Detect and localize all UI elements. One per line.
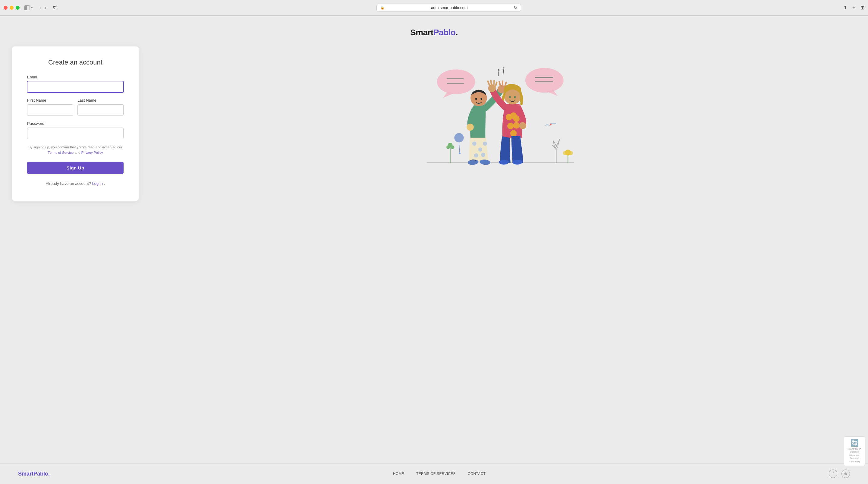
globe-icon[interactable]: ⊕ (841, 470, 850, 478)
svg-line-38 (491, 80, 492, 85)
form-card: Create an account Email First Name Last … (12, 47, 138, 201)
svg-line-39 (494, 81, 494, 85)
signup-form: Email First Name Last Name Pa (27, 75, 124, 186)
recaptcha-logo-icon: 🔄 (847, 439, 862, 447)
lastname-input[interactable] (78, 104, 124, 116)
password-label: Password (27, 121, 124, 126)
svg-point-13 (481, 153, 485, 157)
close-button[interactable] (4, 6, 7, 10)
terms-prefix: By signing up, you confirm that you've r… (28, 145, 122, 149)
footer-logo-dot: . (48, 471, 50, 477)
svg-point-53 (563, 151, 567, 155)
url-text: auth.smartpablo.com (386, 5, 512, 10)
svg-point-12 (474, 153, 478, 158)
logo-dot: . (456, 28, 458, 37)
privacy-link[interactable]: Privacy Policy (82, 151, 103, 154)
forward-button[interactable]: › (43, 5, 47, 11)
footer-nav-home[interactable]: HOME (393, 472, 404, 476)
svg-line-40 (495, 82, 497, 86)
browser-actions: ⬆ ＋ ⊞ (843, 4, 864, 11)
footer-nav: HOME TERMS OF SERVICES CONTACT (393, 472, 486, 476)
login-suffix: . (104, 181, 105, 186)
footer-logo: SmartPablo. (18, 471, 50, 477)
svg-point-10 (478, 148, 483, 152)
illustration-svg (407, 47, 588, 173)
svg-point-27 (513, 116, 520, 122)
email-input[interactable] (27, 81, 124, 93)
logo-area: SmartPablo. (0, 16, 868, 47)
svg-point-58 (503, 67, 504, 68)
lastname-label: Last Name (78, 98, 124, 102)
lastname-group: Last Name (78, 98, 124, 116)
site-logo: SmartPablo. (410, 28, 458, 37)
svg-point-17 (475, 98, 477, 100)
browser-chrome: ▾ ‹ › 🛡 🔒 auth.smartpablo.com ↻ ⬆ ＋ ⊞ (0, 0, 868, 16)
recaptcha-text: reCAPTCHAOchrana súkromia · Zmluvné podm… (847, 448, 862, 463)
share-icon[interactable]: ⬆ (843, 5, 847, 10)
footer-nav-terms[interactable]: TERMS OF SERVICES (416, 472, 456, 476)
svg-point-42 (454, 133, 464, 142)
facebook-icon[interactable]: f (829, 470, 837, 478)
svg-marker-1 (443, 92, 455, 98)
svg-point-0 (437, 69, 475, 94)
recaptcha-badge: 🔄 reCAPTCHAOchrana súkromia · Zmluvné po… (844, 436, 865, 466)
svg-point-28 (507, 123, 514, 129)
page-content: SmartPablo. Create an account Email Firs… (0, 16, 868, 484)
chevron-down-icon[interactable]: ▾ (31, 6, 33, 10)
svg-point-18 (480, 98, 482, 100)
back-button[interactable]: ‹ (38, 5, 42, 11)
svg-line-57 (503, 69, 504, 73)
nav-arrows: ‹ › (38, 5, 48, 11)
svg-point-11 (483, 142, 487, 146)
name-row: First Name Last Name (27, 98, 124, 121)
logo-pablo: Pablo (433, 28, 456, 37)
svg-line-22 (505, 82, 506, 86)
svg-point-48 (446, 145, 450, 149)
terms-text: By signing up, you confirm that you've r… (27, 145, 124, 156)
svg-point-24 (467, 124, 473, 130)
svg-point-29 (513, 122, 520, 128)
browser-controls: ▾ (24, 5, 34, 10)
terms-link[interactable]: Terms of Service (48, 151, 74, 154)
svg-point-32 (513, 160, 522, 165)
svg-point-9 (472, 142, 476, 146)
grid-icon[interactable]: ⊞ (861, 5, 864, 10)
svg-point-4 (525, 68, 564, 93)
firstname-input[interactable] (27, 104, 73, 116)
svg-line-37 (488, 81, 490, 85)
footer-nav-contact[interactable]: CONTACT (468, 472, 486, 476)
form-title: Create an account (27, 59, 124, 66)
footer-logo-pablo: Pablo (33, 471, 48, 477)
terms-and: and (73, 151, 82, 154)
password-group: Password (27, 121, 124, 139)
page-footer: SmartPablo. HOME TERMS OF SERVICES CONTA… (0, 463, 868, 484)
sidebar-toggle-icon[interactable] (24, 5, 30, 10)
footer-logo-smart: Smart (18, 471, 33, 477)
shield-icon[interactable]: 🛡 (53, 5, 58, 10)
password-input[interactable] (27, 127, 124, 139)
main-area: Create an account Email First Name Last … (0, 47, 868, 463)
signup-button[interactable]: Sign Up (27, 162, 124, 174)
already-account-text: Already have an account? (46, 181, 91, 186)
maximize-button[interactable] (16, 6, 20, 10)
svg-line-43 (459, 142, 460, 152)
svg-point-30 (510, 130, 517, 136)
footer-social: f ⊕ (829, 470, 850, 478)
svg-point-49 (451, 145, 455, 149)
svg-point-54 (569, 151, 573, 155)
email-group: Email (27, 75, 124, 93)
login-link[interactable]: Log in (92, 181, 103, 186)
firstname-label: First Name (27, 98, 73, 102)
new-tab-icon[interactable]: ＋ (851, 4, 856, 11)
reload-icon[interactable]: ↻ (514, 5, 517, 10)
login-prompt: Already have an account? Log in . (27, 181, 124, 186)
illustration-area (138, 47, 856, 173)
email-label: Email (27, 75, 124, 79)
logo-smart: Smart (410, 28, 433, 37)
svg-point-31 (499, 160, 509, 165)
address-bar[interactable]: 🔒 auth.smartpablo.com ↻ (376, 4, 521, 12)
svg-point-45 (550, 124, 552, 125)
address-bar-container: 🔒 auth.smartpablo.com ↻ (61, 4, 837, 12)
minimize-button[interactable] (10, 6, 13, 10)
traffic-lights (4, 6, 20, 10)
